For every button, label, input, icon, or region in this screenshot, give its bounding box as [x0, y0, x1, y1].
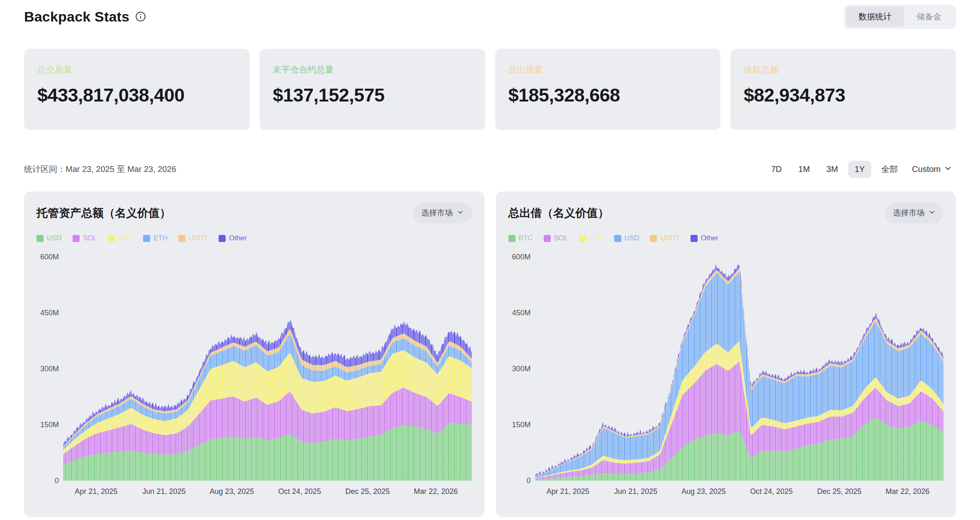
legend-item-usdt[interactable]: USDT [650, 234, 679, 242]
y-axis-tick: 450M [512, 309, 530, 317]
charts-row: 托管资产总额（名义价值） 选择市场 USDSOLBTCETHUSDTOther … [24, 191, 956, 517]
range-button-1m[interactable]: 1M [792, 161, 817, 178]
chart-card-custody-assets: 托管资产总额（名义价值） 选择市场 USDSOLBTCETHUSDTOther … [24, 191, 484, 517]
legend-item-btc[interactable]: BTC [108, 234, 132, 242]
market-selector-button[interactable]: 选择市场 [413, 203, 472, 223]
y-axis-tick: 450M [40, 309, 59, 317]
x-axis-tick: Apr 21, 2025 [547, 487, 589, 496]
range-button-7d[interactable]: 7D [764, 161, 788, 178]
legend-item-other[interactable]: Other [219, 234, 247, 242]
legend-label: USD [47, 234, 62, 242]
legend-item-usd[interactable]: USD [36, 234, 62, 242]
legend-swatch [691, 235, 698, 242]
legend-label: ETH [589, 234, 603, 242]
y-axis: 600M450M300M150M0 [36, 257, 63, 481]
legend-label: ETH [153, 234, 168, 242]
page-header: Backpack Stats 数据统计 储备金 [24, 6, 956, 27]
range-button-1y[interactable]: 1Y [848, 161, 871, 178]
x-axis-tick: Oct 24, 2025 [750, 487, 793, 496]
y-axis-tick: 300M [512, 365, 530, 373]
x-axis-tick: Apr 21, 2025 [75, 487, 117, 496]
chart-legend: BTCSOLETHUSDUSDTOther [508, 234, 944, 243]
market-selector-button[interactable]: 选择市场 [885, 203, 944, 223]
legend-swatch [73, 235, 80, 242]
range-button-all[interactable]: 全部 [875, 160, 905, 179]
tab-reserves[interactable]: 储备金 [904, 7, 954, 27]
legend-swatch [108, 235, 115, 242]
y-axis: 600M450M300M150M0 [508, 257, 535, 481]
chevron-down-icon [929, 208, 935, 218]
y-axis-tick: 150M [512, 421, 530, 429]
y-axis-tick: 600M [512, 253, 530, 261]
legend-label: Other [701, 234, 719, 242]
legend-item-usdt[interactable]: USDT [178, 234, 208, 242]
backpack-stats-page: Backpack Stats 数据统计 储备金 总交易量 $433,817,03… [0, 0, 980, 520]
legend-label: BTC [519, 234, 533, 242]
legend-label: USDT [189, 234, 208, 242]
info-icon[interactable] [135, 11, 146, 22]
legend-item-sol[interactable]: SOL [544, 234, 568, 242]
y-axis-tick: 600M [40, 253, 59, 261]
legend-swatch [544, 235, 551, 242]
stacked-area-chart[interactable]: Apr 21, 2025Jun 21, 2025Aug 23, 2025Oct … [535, 257, 944, 481]
period-label: 统计区间： [24, 164, 66, 174]
x-axis-tick: Jun 21, 2025 [614, 487, 657, 496]
legend-item-btc[interactable]: BTC [508, 234, 533, 242]
stat-value: $185,328,668 [508, 85, 708, 106]
legend-label: Other [229, 234, 247, 242]
stat-card-total-borrow: 借款总额 $82,934,873 [730, 49, 956, 130]
chart-title: 总出借（名义价值） [508, 206, 609, 220]
custom-range-label: Custom [912, 164, 941, 174]
x-axis-tick: Dec 25, 2025 [817, 487, 861, 496]
tab-data-stats[interactable]: 数据统计 [846, 7, 904, 27]
range-controls: 7D 1M 3M 1Y 全部 Custom [764, 160, 956, 179]
x-axis-tick: Aug 23, 2025 [209, 487, 254, 496]
legend-swatch [508, 235, 516, 242]
legend-item-usd[interactable]: USD [614, 234, 640, 242]
stacked-area-chart[interactable]: Apr 21, 2025Jun 21, 2025Aug 23, 2025Oct … [63, 257, 472, 481]
y-axis-tick: 0 [526, 476, 530, 485]
view-switcher: 数据统计 储备金 [844, 5, 956, 29]
y-axis-tick: 300M [40, 365, 59, 373]
x-axis-tick: Jun 21, 2025 [142, 487, 185, 496]
chevron-down-icon [944, 164, 952, 174]
chart-title: 托管资产总额（名义价值） [36, 206, 171, 220]
legend-swatch [614, 235, 621, 242]
legend-item-other[interactable]: Other [691, 234, 719, 242]
stat-label: 未平仓合约总量 [273, 64, 472, 75]
legend-label: SOL [554, 234, 568, 242]
x-axis: Apr 21, 2025Jun 21, 2025Aug 23, 2025Oct … [63, 481, 472, 498]
x-axis-tick: Aug 23, 2025 [681, 487, 726, 496]
stat-card-total-lend: 总出借量 $185,328,668 [495, 49, 721, 130]
legend-swatch [143, 235, 150, 242]
range-button-3m[interactable]: 3M [820, 161, 845, 178]
legend-swatch [36, 235, 44, 242]
stat-card-total-volume: 总交易量 $433,817,038,400 [24, 49, 250, 130]
chevron-down-icon [457, 208, 464, 218]
legend-swatch [178, 235, 185, 242]
y-axis-tick: 0 [55, 476, 59, 485]
x-axis-tick: Mar 22, 2026 [885, 487, 929, 496]
period-range: Mar 23, 2025 至 Mar 23, 2026 [66, 164, 176, 174]
legend-label: SOL [83, 234, 97, 242]
custom-range-dropdown[interactable]: Custom [908, 161, 956, 178]
x-axis-tick: Dec 25, 2025 [345, 487, 390, 496]
period-text: 统计区间：Mar 23, 2025 至 Mar 23, 2026 [24, 164, 176, 175]
chart-legend: USDSOLBTCETHUSDTOther [36, 234, 472, 243]
x-axis-tick: Mar 22, 2026 [414, 487, 458, 496]
legend-swatch [650, 235, 657, 242]
stat-value: $433,817,038,400 [37, 85, 236, 106]
market-selector-label: 选择市场 [421, 208, 453, 218]
stat-value: $82,934,873 [744, 85, 943, 106]
legend-swatch [219, 235, 226, 242]
legend-label: USDT [660, 234, 679, 242]
page-title: Backpack Stats [24, 9, 129, 25]
legend-item-eth[interactable]: ETH [579, 234, 603, 242]
stat-label: 总交易量 [37, 64, 236, 75]
legend-label: BTC [118, 234, 132, 242]
legend-label: USD [625, 234, 640, 242]
legend-item-eth[interactable]: ETH [143, 234, 168, 242]
legend-item-sol[interactable]: SOL [73, 234, 97, 242]
x-axis: Apr 21, 2025Jun 21, 2025Aug 23, 2025Oct … [535, 481, 944, 498]
y-axis-tick: 150M [40, 421, 59, 429]
